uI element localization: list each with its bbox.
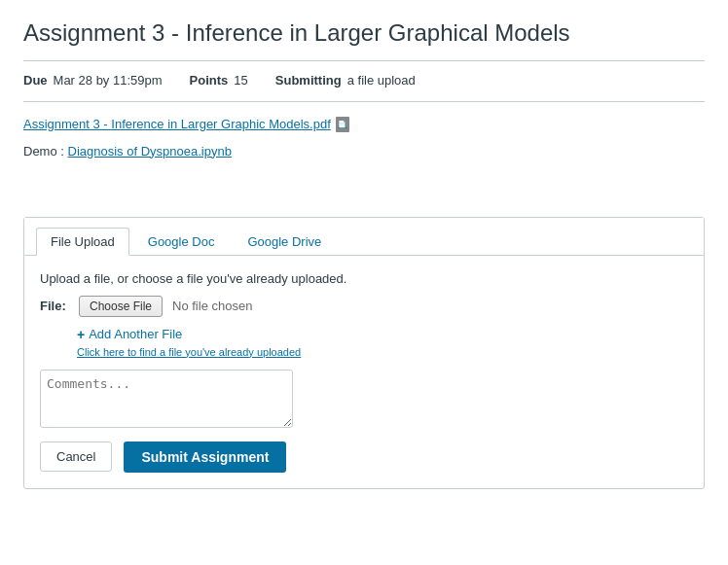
- comments-textarea[interactable]: [40, 370, 293, 428]
- demo-row: Demo : Diagnosis of Dyspnoea.ipynb: [23, 144, 705, 159]
- no-file-text: No file chosen: [172, 299, 252, 313]
- cancel-button[interactable]: Cancel: [40, 441, 112, 472]
- submitting-item: Submitting a file upload: [275, 73, 416, 88]
- upload-description: Upload a file, or choose a file you've a…: [40, 271, 688, 286]
- submitting-value: a file upload: [347, 73, 416, 88]
- pdf-link[interactable]: Assignment 3 - Inference in Larger Graph…: [23, 117, 349, 132]
- due-item: Due Mar 28 by 11:59pm: [23, 73, 163, 88]
- submit-assignment-button[interactable]: Submit Assignment: [124, 441, 286, 473]
- file-row: File: Choose File No file chosen: [40, 296, 688, 317]
- pdf-icon: 📄: [336, 117, 349, 132]
- points-label: Points: [190, 73, 229, 88]
- file-label: File:: [40, 299, 69, 313]
- pdf-link-text: Assignment 3 - Inference in Larger Graph…: [23, 117, 331, 131]
- tab-google-drive[interactable]: Google Drive: [233, 228, 336, 255]
- title-divider: [23, 60, 705, 61]
- links-section: Assignment 3 - Inference in Larger Graph…: [23, 116, 705, 159]
- points-value: 15: [234, 73, 247, 88]
- tab-file-upload[interactable]: File Upload: [36, 228, 129, 256]
- due-value: Mar 28 by 11:59pm: [54, 73, 163, 88]
- add-another-file-link[interactable]: + Add Another File: [77, 327, 688, 342]
- add-plus-icon: +: [77, 327, 85, 342]
- meta-divider: [23, 101, 705, 102]
- demo-label: Demo :: [23, 144, 64, 159]
- action-row: Cancel Submit Assignment: [40, 441, 688, 473]
- submission-section: File Upload Google Doc Google Drive Uplo…: [23, 217, 705, 489]
- tab-content-file-upload: Upload a file, or choose a file you've a…: [24, 256, 704, 488]
- add-another-label: Add Another File: [89, 327, 182, 341]
- meta-row: Due Mar 28 by 11:59pm Points 15 Submitti…: [23, 73, 705, 88]
- tab-google-doc[interactable]: Google Doc: [133, 228, 230, 255]
- submitting-label: Submitting: [275, 73, 342, 88]
- points-item: Points 15: [190, 73, 248, 88]
- already-uploaded-link[interactable]: Click here to find a file you've already…: [77, 346, 688, 358]
- tabs-row: File Upload Google Doc Google Drive: [24, 218, 704, 256]
- due-label: Due: [23, 73, 48, 88]
- choose-file-button[interactable]: Choose File: [79, 296, 163, 317]
- demo-link[interactable]: Diagnosis of Dyspnoea.ipynb: [68, 144, 232, 159]
- page-title: Assignment 3 - Inference in Larger Graph…: [23, 19, 705, 47]
